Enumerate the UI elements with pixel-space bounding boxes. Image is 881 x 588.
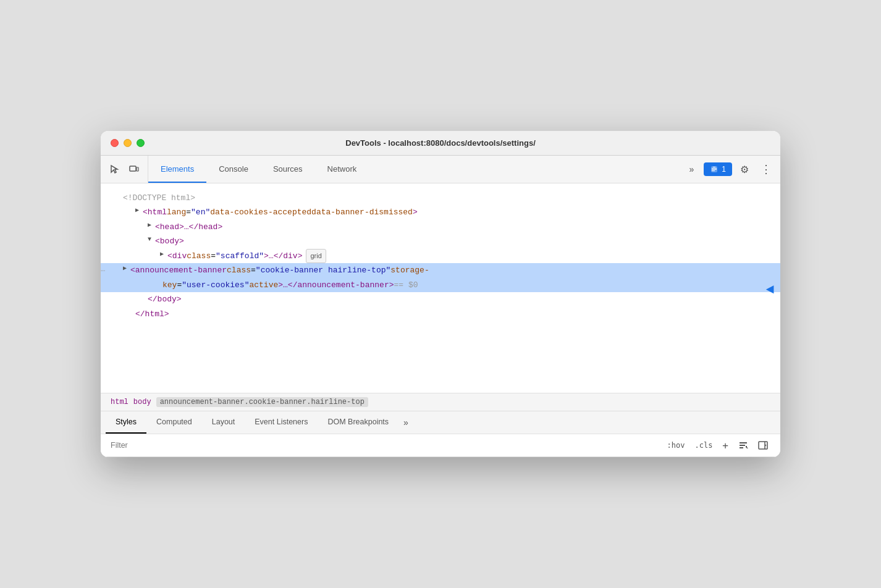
dom-line-announcement[interactable]: … <announcement-banner class = "cookie-b… xyxy=(101,263,780,277)
filter-input[interactable] xyxy=(111,441,660,450)
tab-layout[interactable]: Layout xyxy=(202,411,245,434)
traffic-lights xyxy=(111,139,145,147)
svg-rect-1 xyxy=(137,167,138,171)
tab-sources[interactable]: Sources xyxy=(261,156,315,183)
devtools-window: DevTools - localhost:8080/docs/devtools/… xyxy=(101,131,780,457)
breadcrumb-bar: html body announcement-banner.cookie-ban… xyxy=(101,393,780,411)
svg-rect-6 xyxy=(759,442,767,449)
filter-actions: :hov .cls + xyxy=(665,438,770,453)
tab-elements[interactable]: Elements xyxy=(148,156,206,183)
bottom-panel: Styles Computed Layout Event Listeners D… xyxy=(101,411,780,457)
tab-console[interactable]: Console xyxy=(206,156,261,183)
bottom-tabs: Styles Computed Layout Event Listeners D… xyxy=(101,411,780,434)
minimize-button[interactable] xyxy=(124,139,132,147)
close-button[interactable] xyxy=(111,139,119,147)
more-options-button[interactable]: ⋮ xyxy=(757,161,774,178)
dom-panel: <!DOCTYPE html> <html lang = "en" data-c… xyxy=(101,183,780,393)
toggle-sidebar-button[interactable] xyxy=(756,438,770,453)
tab-computed[interactable]: Computed xyxy=(146,411,202,434)
inspect-element-button[interactable] xyxy=(106,161,123,178)
toolbar-icon-group xyxy=(101,156,148,183)
maximize-button[interactable] xyxy=(137,139,145,147)
dom-line-html[interactable]: <html lang = "en" data-cookies-accepted … xyxy=(111,205,770,219)
more-bottom-tabs-button[interactable]: » xyxy=(398,411,413,434)
toolbar: Elements Console Sources Network » 1 xyxy=(101,156,780,183)
tab-event-listeners[interactable]: Event Listeners xyxy=(245,411,318,434)
window-title: DevTools - localhost:8080/docs/devtools/… xyxy=(345,138,536,148)
dom-line-body-open[interactable]: <body> xyxy=(111,234,770,248)
device-toolbar-button[interactable] xyxy=(125,161,143,178)
dom-line-announcement-cont: key = "user-cookies" active >…</announce… xyxy=(101,278,780,292)
div-triangle[interactable] xyxy=(160,249,167,260)
three-dots: … xyxy=(101,263,105,277)
body-triangle[interactable] xyxy=(148,234,155,245)
issues-badge-button[interactable]: 1 xyxy=(704,162,732,176)
more-tabs-button[interactable]: » xyxy=(683,161,700,178)
tab-network[interactable]: Network xyxy=(315,156,369,183)
breadcrumb-body[interactable]: body xyxy=(133,398,151,406)
dom-line-html-close[interactable]: </html> xyxy=(111,307,770,321)
tab-styles[interactable]: Styles xyxy=(106,411,146,434)
svg-rect-0 xyxy=(130,166,136,171)
dom-line-body-close[interactable]: </body> xyxy=(111,292,770,306)
breadcrumb-html[interactable]: html xyxy=(111,398,129,406)
cls-button[interactable]: .cls xyxy=(692,440,715,451)
tab-dom-breakpoints[interactable]: DOM Breakpoints xyxy=(318,411,398,434)
dom-line-doctype: <!DOCTYPE html> xyxy=(111,191,770,205)
breadcrumb-announcement[interactable]: announcement-banner.cookie-banner.hairli… xyxy=(156,397,368,407)
grid-badge[interactable]: grid xyxy=(306,249,326,264)
element-state-button[interactable] xyxy=(736,438,751,453)
hov-button[interactable]: :hov xyxy=(665,440,688,451)
svg-rect-3 xyxy=(740,442,747,443)
toolbar-right: » 1 ⚙ ⋮ xyxy=(677,156,780,183)
main-tabs: Elements Console Sources Network xyxy=(148,156,677,183)
announcement-triangle[interactable] xyxy=(123,263,130,274)
svg-rect-4 xyxy=(740,445,745,446)
html-triangle[interactable] xyxy=(135,205,143,216)
head-triangle[interactable] xyxy=(148,220,155,231)
svg-rect-5 xyxy=(740,447,743,448)
add-style-button[interactable]: + xyxy=(720,439,731,453)
title-bar: DevTools - localhost:8080/docs/devtools/… xyxy=(101,131,780,156)
dom-line-div-scaffold[interactable]: <div class = "scaffold" >…</div> grid xyxy=(111,249,770,264)
filter-row: :hov .cls + xyxy=(101,434,780,457)
settings-button[interactable]: ⚙ xyxy=(736,161,753,178)
dom-line-head[interactable]: <head>…</head> xyxy=(111,220,770,234)
